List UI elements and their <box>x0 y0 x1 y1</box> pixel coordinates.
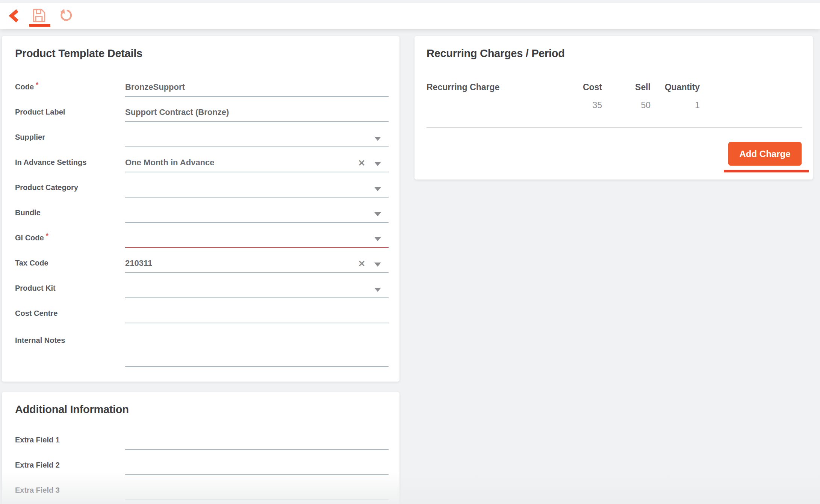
field-value: BronzeSupport <box>125 82 185 92</box>
chevron-down-icon[interactable] <box>374 288 381 292</box>
cost-centre-input[interactable] <box>125 308 389 323</box>
field-row-extra-field-1: Extra Field 1 <box>2 425 399 450</box>
field-row-product-label: Product Label Support Contract (Bronze) <box>2 97 399 122</box>
field-row-extra-field-3: Extra Field 3 <box>2 475 399 500</box>
field-label: Code <box>15 83 34 91</box>
gl-code-select[interactable] <box>125 233 389 248</box>
field-label: Product Label <box>15 108 65 116</box>
undo-icon <box>59 18 73 24</box>
back-button[interactable] <box>9 9 19 23</box>
save-icon <box>32 18 46 24</box>
clear-icon[interactable]: ✕ <box>358 260 365 268</box>
product-template-details-card: Product Template Details Code* BronzeSup… <box>2 36 399 382</box>
field-value: 210311 <box>125 258 152 268</box>
column-header-sell: Sell <box>602 82 651 92</box>
field-label: Supplier <box>15 133 45 141</box>
chevron-left-icon <box>9 18 19 24</box>
table-divider <box>427 127 802 128</box>
charge-quantity-cell: 1 <box>651 100 700 110</box>
field-row-tax-code: Tax Code 210311 ✕ <box>2 248 399 273</box>
chevron-down-icon[interactable] <box>374 162 381 166</box>
extra-field-1-input[interactable] <box>125 435 389 450</box>
field-label: Bundle <box>15 208 41 217</box>
undo-button[interactable] <box>59 8 73 23</box>
card-title: Product Template Details <box>15 47 142 60</box>
required-asterisk: * <box>36 81 38 89</box>
code-input[interactable]: BronzeSupport <box>125 82 389 97</box>
required-asterisk: * <box>46 232 48 240</box>
supplier-select[interactable] <box>125 132 389 147</box>
charges-table-header: Recurring Charge Cost Sell Quantity <box>427 82 802 92</box>
field-row-bundle: Bundle <box>2 198 399 223</box>
field-row-gl-code: Gl Code* <box>2 223 399 248</box>
field-label: Gl Code <box>15 234 44 242</box>
chevron-down-icon[interactable] <box>374 263 381 267</box>
field-label: Extra Field 1 <box>15 436 60 444</box>
field-row-in-advance-settings: In Advance Settings One Month in Advance… <box>2 147 399 172</box>
add-charge-focus-underline <box>724 170 809 172</box>
chevron-down-icon[interactable] <box>374 212 381 216</box>
field-label: Tax Code <box>15 259 48 267</box>
extra-field-3-input[interactable] <box>125 485 389 500</box>
field-label: Extra Field 3 <box>15 486 60 494</box>
field-row-code: Code* BronzeSupport <box>2 72 399 97</box>
field-row-product-category: Product Category <box>2 172 399 198</box>
additional-information-card: Additional Information Extra Field 1 Ext… <box>2 392 399 504</box>
chevron-down-icon[interactable] <box>374 187 381 191</box>
field-label: In Advance Settings <box>15 158 86 166</box>
bundle-select[interactable] <box>125 208 389 223</box>
clear-icon[interactable]: ✕ <box>358 159 365 167</box>
field-row-extra-field-2: Extra Field 2 <box>2 450 399 475</box>
charge-cost-cell: 35 <box>553 100 602 110</box>
extra-field-2-input[interactable] <box>125 460 389 475</box>
card-title: Additional Information <box>15 403 129 416</box>
field-label: Extra Field 2 <box>15 461 60 469</box>
internal-notes-textarea[interactable] <box>125 323 389 367</box>
field-label: Internal Notes <box>15 336 65 344</box>
chevron-down-icon[interactable] <box>374 237 381 241</box>
save-button[interactable] <box>32 8 46 23</box>
field-value: Support Contract (Bronze) <box>125 107 229 117</box>
field-label: Product Kit <box>15 284 56 292</box>
field-row-supplier: Supplier <box>2 122 399 147</box>
add-charge-button[interactable]: Add Charge <box>728 142 802 166</box>
in-advance-settings-select[interactable]: One Month in Advance ✕ <box>125 157 389 172</box>
field-label: Product Category <box>15 183 78 192</box>
save-active-underline <box>29 24 50 27</box>
field-label: Cost Centre <box>15 309 57 317</box>
field-row-internal-notes: Internal Notes <box>2 323 399 367</box>
charge-sell-cell: 50 <box>602 100 651 110</box>
card-title: Recurring Charges / Period <box>427 47 565 60</box>
recurring-charges-card: Recurring Charges / Period Recurring Cha… <box>415 36 813 180</box>
column-header-cost: Cost <box>553 82 602 92</box>
product-category-select[interactable] <box>125 183 389 198</box>
column-header-quantity: Quantity <box>651 82 700 92</box>
tax-code-select[interactable]: 210311 ✕ <box>125 258 389 273</box>
field-row-cost-centre: Cost Centre <box>2 298 399 323</box>
product-kit-select[interactable] <box>125 283 389 298</box>
column-header-recurring-charge: Recurring Charge <box>427 82 553 92</box>
product-label-input[interactable]: Support Contract (Bronze) <box>125 107 389 122</box>
chevron-down-icon[interactable] <box>374 137 381 141</box>
field-row-product-kit: Product Kit <box>2 273 399 298</box>
field-value: One Month in Advance <box>125 158 215 167</box>
charge-row[interactable]: 35 50 1 <box>427 100 802 110</box>
toolbar <box>0 3 820 29</box>
